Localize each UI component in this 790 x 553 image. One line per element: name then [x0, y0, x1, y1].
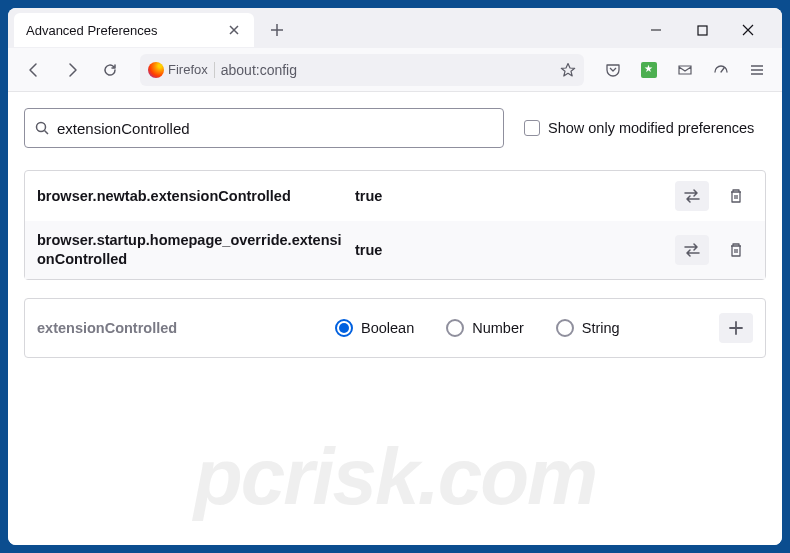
radio-label: Boolean	[361, 320, 414, 336]
new-pref-name: extensionControlled	[37, 320, 327, 336]
pref-row: browser.newtab.extensionControlled true	[25, 171, 765, 221]
bookmark-star-icon[interactable]	[560, 62, 576, 78]
svg-rect-0	[698, 26, 707, 35]
pref-name: browser.newtab.extensionControlled	[37, 187, 347, 206]
delete-button[interactable]	[719, 235, 753, 265]
toggle-button[interactable]	[675, 235, 709, 265]
toggle-button[interactable]	[675, 181, 709, 211]
pref-actions	[675, 181, 753, 211]
minimize-button[interactable]	[642, 16, 670, 44]
mail-icon[interactable]	[670, 55, 700, 85]
reload-button[interactable]	[94, 54, 126, 86]
pref-value: true	[355, 242, 667, 258]
delete-button[interactable]	[719, 181, 753, 211]
forward-button[interactable]	[56, 54, 88, 86]
toolbar-right	[598, 55, 772, 85]
checkbox-label: Show only modified preferences	[548, 120, 754, 136]
close-window-button[interactable]	[734, 16, 762, 44]
navigation-toolbar: Firefox about:config	[8, 48, 782, 92]
tab-title: Advanced Preferences	[26, 23, 158, 38]
address-bar[interactable]: Firefox about:config	[140, 54, 584, 86]
preferences-table: browser.newtab.extensionControlled true …	[24, 170, 766, 280]
back-button[interactable]	[18, 54, 50, 86]
page-content: Show only modified preferences browser.n…	[8, 92, 782, 545]
show-modified-checkbox[interactable]: Show only modified preferences	[524, 120, 754, 136]
radio-icon	[446, 319, 464, 337]
pref-actions	[675, 235, 753, 265]
search-row: Show only modified preferences	[24, 108, 766, 148]
close-tab-icon[interactable]	[226, 22, 242, 38]
url-text: about:config	[221, 62, 297, 78]
search-input[interactable]	[57, 120, 493, 137]
radio-string[interactable]: String	[556, 319, 620, 337]
type-radio-group: Boolean Number String	[335, 319, 711, 337]
identity-button[interactable]: Firefox	[148, 62, 215, 78]
tab-bar: Advanced Preferences	[8, 8, 782, 48]
checkbox-icon	[524, 120, 540, 136]
dashboard-icon[interactable]	[706, 55, 736, 85]
window-controls	[642, 16, 776, 44]
browser-window: Advanced Preferences	[8, 8, 782, 545]
pref-name: browser.startup.homepage_override.extens…	[37, 231, 347, 269]
extension-icon[interactable]	[634, 55, 664, 85]
menu-icon[interactable]	[742, 55, 772, 85]
pref-value: true	[355, 188, 667, 204]
radio-label: Number	[472, 320, 524, 336]
pref-row: browser.startup.homepage_override.extens…	[25, 221, 765, 279]
search-box[interactable]	[24, 108, 504, 148]
add-button[interactable]	[719, 313, 753, 343]
radio-label: String	[582, 320, 620, 336]
identity-label: Firefox	[168, 62, 208, 77]
add-pref-section: extensionControlled Boolean Number Strin…	[24, 298, 766, 358]
add-pref-row: extensionControlled Boolean Number Strin…	[25, 299, 765, 357]
firefox-logo-icon	[148, 62, 164, 78]
maximize-button[interactable]	[688, 16, 716, 44]
radio-boolean[interactable]: Boolean	[335, 319, 414, 337]
radio-icon	[335, 319, 353, 337]
search-icon	[35, 121, 49, 135]
svg-point-1	[37, 123, 46, 132]
radio-number[interactable]: Number	[446, 319, 524, 337]
new-tab-button[interactable]	[262, 15, 292, 45]
browser-tab[interactable]: Advanced Preferences	[14, 13, 254, 47]
pocket-icon[interactable]	[598, 55, 628, 85]
radio-icon	[556, 319, 574, 337]
